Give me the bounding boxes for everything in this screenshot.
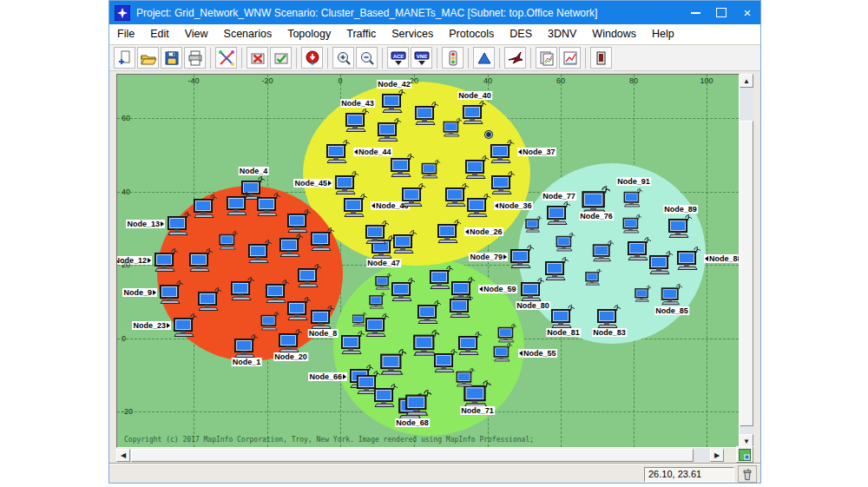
network-node[interactable] — [187, 247, 215, 273]
view-results-icon[interactable] — [559, 47, 581, 69]
print-icon[interactable] — [184, 47, 206, 69]
network-node[interactable] — [457, 331, 484, 356]
network-node[interactable] — [192, 194, 220, 219]
node-node_37[interactable]: Node_37 — [489, 139, 516, 164]
node-node_43[interactable]: Node_43 — [344, 108, 372, 133]
menu-services[interactable]: Services — [384, 24, 441, 44]
traffic-light-icon[interactable] — [442, 47, 464, 69]
network-node[interactable] — [629, 281, 657, 306]
network-node[interactable] — [413, 101, 441, 126]
trash-button[interactable] — [738, 465, 757, 483]
compare-results-icon[interactable] — [536, 47, 557, 69]
stop-sim-icon[interactable] — [301, 47, 323, 69]
network-node[interactable] — [380, 350, 408, 375]
vertical-scrollbar[interactable]: ▲ ▼ — [740, 74, 753, 448]
node-node_76[interactable]: Node_76 — [582, 188, 610, 213]
hybrid-sim-icon[interactable] — [504, 47, 526, 69]
network-node[interactable] — [309, 227, 337, 252]
node-node_89[interactable]: Node_89 — [667, 214, 694, 239]
network-node[interactable] — [296, 263, 324, 288]
close-icon[interactable]: × — [734, 1, 760, 24]
menu-windows[interactable]: Windows — [584, 24, 644, 44]
network-node[interactable] — [257, 309, 285, 334]
network-node[interactable] — [448, 293, 476, 319]
zoom-out-icon[interactable] — [356, 47, 378, 69]
network-node[interactable] — [364, 220, 391, 245]
save-icon[interactable] — [161, 47, 182, 69]
network-node[interactable] — [390, 277, 418, 302]
network-node[interactable] — [552, 230, 580, 255]
node-node_23[interactable]: Node_23 — [172, 313, 200, 338]
node-node_81[interactable]: Node_81 — [549, 304, 577, 329]
title-bar[interactable]: Project: Grid_Network_WNW Scenario: Clus… — [109, 1, 760, 24]
network-node[interactable] — [255, 192, 283, 217]
subnet-view-button[interactable] — [736, 446, 753, 463]
network-node[interactable] — [439, 115, 467, 141]
network-node[interactable] — [196, 286, 224, 312]
node-node_26[interactable]: Node_26 — [436, 219, 464, 244]
zoom-in-icon[interactable] — [332, 47, 354, 69]
node-node_91[interactable]: Node_91 — [620, 186, 648, 211]
node-node_88[interactable]: Node_88 — [675, 246, 703, 271]
node-node_44[interactable]: Node_44 — [325, 139, 352, 164]
node-node_83[interactable]: Node_83 — [595, 304, 623, 329]
menu-file[interactable]: File — [109, 24, 142, 44]
network-node[interactable] — [400, 182, 428, 207]
menu-3dnv[interactable]: 3DNV — [540, 24, 584, 44]
network-node[interactable] — [452, 365, 480, 391]
network-node[interactable] — [494, 321, 522, 346]
scroll-up-icon[interactable]: ▲ — [740, 74, 753, 88]
menu-traffic[interactable]: Traffic — [339, 24, 384, 44]
fail-node-icon[interactable] — [247, 47, 268, 69]
network-node[interactable] — [278, 233, 306, 258]
node-node_12[interactable]: Node_12 — [153, 247, 181, 273]
network-node[interactable] — [389, 153, 417, 178]
node-node_1[interactable]: Node_1 — [233, 333, 260, 359]
minimize-icon[interactable] — [682, 1, 708, 24]
recover-node-icon[interactable] — [270, 47, 292, 69]
vertical-scroll-thumb[interactable] — [740, 121, 753, 426]
maximize-icon[interactable] — [708, 1, 734, 24]
vne-dropdown-icon[interactable]: VNE — [411, 47, 432, 69]
new-project-icon[interactable] — [114, 47, 135, 69]
network-node[interactable] — [589, 239, 617, 264]
network-node[interactable] — [376, 117, 404, 142]
network-node[interactable] — [229, 276, 257, 301]
network-node[interactable] — [416, 299, 444, 325]
node-node_77[interactable]: Node_77 — [545, 201, 573, 226]
open-icon[interactable] — [137, 47, 159, 69]
network-node[interactable] — [464, 155, 491, 180]
network-node[interactable] — [619, 212, 647, 237]
node-node_9[interactable]: Node_9 — [158, 280, 186, 305]
scroll-right-icon[interactable]: ▶ — [710, 449, 724, 462]
network-node[interactable] — [339, 330, 367, 355]
network-node[interactable] — [247, 239, 274, 264]
network-node[interactable] — [648, 250, 675, 275]
network-node[interactable] — [405, 391, 433, 416]
small-dot-node[interactable] — [485, 131, 492, 138]
menu-topology[interactable]: Topology — [279, 24, 339, 44]
node-node_13[interactable]: Node_13 — [166, 211, 194, 236]
draw-topology-icon[interactable] — [215, 47, 237, 69]
node-node_42[interactable]: Node_42 — [380, 89, 408, 114]
ace-dropdown-icon[interactable]: ACE — [387, 47, 409, 69]
horizontal-scrollbar[interactable]: ◀ ▶ — [116, 449, 724, 462]
menu-des[interactable]: DES — [502, 24, 540, 44]
network-node[interactable] — [444, 182, 471, 207]
menu-edit[interactable]: Edit — [142, 24, 177, 44]
network-node[interactable] — [364, 313, 391, 338]
network-node[interactable] — [391, 229, 419, 254]
scroll-left-icon[interactable]: ◀ — [116, 449, 130, 462]
network-node[interactable] — [543, 256, 571, 281]
exit-icon[interactable] — [590, 47, 612, 69]
network-node[interactable] — [286, 296, 313, 321]
menu-scenarios[interactable]: Scenarios — [216, 24, 280, 44]
node-node_85[interactable]: Node_85 — [658, 282, 686, 307]
network-node[interactable] — [372, 383, 400, 408]
network-node[interactable] — [418, 157, 445, 182]
network-node[interactable] — [490, 170, 517, 195]
network-node[interactable] — [520, 212, 548, 237]
node-node_79[interactable]: Node_79 — [509, 244, 536, 269]
network-node[interactable] — [225, 191, 253, 216]
network-node[interactable] — [580, 265, 608, 290]
